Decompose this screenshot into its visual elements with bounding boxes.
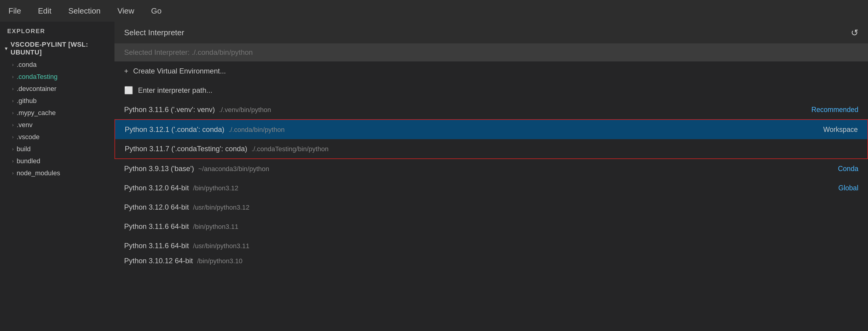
- menu-go[interactable]: Go: [149, 5, 164, 17]
- interpreter-path: ./.conda/bin/python: [229, 126, 285, 134]
- red-outline-group: Python 3.12.1 ('.conda': conda) ./.conda…: [115, 119, 868, 159]
- create-venv-label: Create Virtual Environment...: [133, 67, 226, 75]
- interpreter-name: Python 3.11.7 ('.condaTesting': conda): [125, 144, 247, 153]
- interpreter-name: Python 3.9.13 ('base'): [124, 164, 194, 173]
- sidebar-item-label: .vscode: [17, 133, 39, 141]
- interpreter-path: ~/anaconda3/bin/python: [198, 165, 269, 173]
- interpreter-panel: Select Interpreter ↺ + Create Virtual En…: [115, 22, 868, 331]
- interpreter-name: Python 3.12.0 64-bit: [124, 203, 189, 211]
- interpreter-name: Python 3.11.6 ('.venv': venv): [124, 105, 215, 114]
- interpreter-name: Python 3.12.1 ('.conda': conda): [125, 125, 224, 134]
- root-chevron-icon: ▾: [5, 45, 7, 52]
- root-label: VSCODE-PYLINT [WSL: UBUNTU]: [10, 41, 110, 56]
- interpreter-item-5[interactable]: Python 3.12.0 64-bit /usr/bin/python3.12: [115, 198, 868, 217]
- interpreter-item-1[interactable]: Python 3.12.1 ('.conda': conda) ./.conda…: [115, 120, 867, 139]
- interpreter-item-8[interactable]: Python 3.10.12 64-bit /bin/python3.10: [115, 255, 868, 266]
- menu-edit[interactable]: Edit: [36, 5, 54, 17]
- interpreter-path: ./.venv/bin/python: [219, 106, 271, 114]
- enter-path-label: Enter interpreter path...: [138, 86, 212, 95]
- sidebar-item-devcontainer[interactable]: › .devcontainer: [0, 83, 115, 95]
- chevron-icon: ›: [12, 134, 13, 140]
- interpreter-item-left: Python 3.11.6 64-bit /usr/bin/python3.11: [124, 241, 249, 250]
- sidebar-item-mypycache[interactable]: › .mypy_cache: [0, 107, 115, 119]
- sidebar-item-condatesting[interactable]: › .condaTesting: [0, 71, 115, 83]
- menu-view[interactable]: View: [115, 5, 137, 17]
- interpreter-item-left: Python 3.12.1 ('.conda': conda) ./.conda…: [125, 125, 285, 134]
- sidebar-item-vscode[interactable]: › .vscode: [0, 131, 115, 143]
- interpreter-path: ./.condaTesting/bin/python: [252, 145, 329, 153]
- menu-file[interactable]: File: [6, 5, 24, 17]
- interpreter-item-6[interactable]: Python 3.11.6 64-bit /bin/python3.11: [115, 217, 868, 236]
- interpreter-item-left: Python 3.12.0 64-bit /usr/bin/python3.12: [124, 203, 249, 211]
- sidebar-item-label: .condaTesting: [17, 73, 58, 81]
- sidebar-item-venv[interactable]: › .venv: [0, 119, 115, 131]
- explorer-title: EXPLORER: [0, 22, 115, 38]
- interpreter-item-left: Python 3.12.0 64-bit /bin/python3.12: [124, 184, 238, 192]
- interpreter-name: Python 3.11.6 64-bit: [124, 222, 189, 231]
- interpreter-path: /usr/bin/python3.11: [193, 242, 249, 250]
- sidebar-item-label: .devcontainer: [17, 85, 56, 93]
- selected-interpreter-bar: [115, 43, 868, 61]
- interpreter-name: Python 3.12.0 64-bit: [124, 184, 189, 192]
- chevron-icon: ›: [12, 74, 13, 79]
- interpreter-list: Python 3.11.6 ('.venv': venv) ./.venv/bi…: [115, 100, 868, 331]
- plus-icon: +: [124, 67, 128, 75]
- interpreter-item-left: Python 3.11.6 64-bit /bin/python3.11: [124, 222, 238, 231]
- sidebar-item-bundled[interactable]: › bundled: [0, 155, 115, 167]
- sidebar-item-conda[interactable]: › .conda: [0, 59, 115, 71]
- interpreter-path: /bin/python3.11: [193, 223, 238, 231]
- sidebar-item-label: node_modules: [17, 169, 60, 177]
- interpreter-path: /bin/python3.10: [197, 257, 242, 265]
- menu-selection[interactable]: Selection: [66, 5, 103, 17]
- sidebar-item-label: bundled: [17, 157, 40, 165]
- main-content: EXPLORER ▾ VSCODE-PYLINT [WSL: UBUNTU] ›…: [0, 22, 868, 331]
- sidebar: EXPLORER ▾ VSCODE-PYLINT [WSL: UBUNTU] ›…: [0, 22, 115, 331]
- interpreter-item-left: Python 3.9.13 ('base') ~/anaconda3/bin/p…: [124, 164, 269, 173]
- interpreter-item-4[interactable]: Python 3.12.0 64-bit /bin/python3.12 Glo…: [115, 178, 868, 198]
- chevron-icon: ›: [12, 110, 13, 115]
- interpreter-name: Python 3.11.6 64-bit: [124, 241, 189, 250]
- create-venv-action[interactable]: + Create Virtual Environment...: [115, 61, 868, 81]
- selected-interpreter-input[interactable]: [124, 48, 858, 57]
- menu-bar: File Edit Selection View Go: [0, 0, 868, 22]
- interpreter-item-left: Python 3.11.6 ('.venv': venv) ./.venv/bi…: [124, 105, 271, 114]
- sidebar-item-label: .github: [17, 97, 36, 105]
- interpreter-item-7[interactable]: Python 3.11.6 64-bit /usr/bin/python3.11: [115, 236, 868, 255]
- sidebar-item-label: build: [17, 145, 30, 153]
- interpreter-path: /usr/bin/python3.12: [193, 204, 249, 211]
- interpreter-item-3[interactable]: Python 3.9.13 ('base') ~/anaconda3/bin/p…: [115, 159, 868, 178]
- sidebar-item-label: .venv: [17, 121, 33, 129]
- chevron-icon: ›: [12, 62, 13, 67]
- enter-path-action[interactable]: ⬜ Enter interpreter path...: [115, 81, 868, 100]
- folder-icon: ⬜: [124, 86, 133, 95]
- interpreter-name: Python 3.10.12 64-bit: [124, 257, 193, 265]
- chevron-icon: ›: [12, 146, 13, 152]
- panel-title: Select Interpreter: [124, 28, 184, 37]
- sidebar-item-github[interactable]: › .github: [0, 95, 115, 107]
- interpreter-item-0[interactable]: Python 3.11.6 ('.venv': venv) ./.venv/bi…: [115, 100, 868, 119]
- interpreter-badge: Recommended: [811, 106, 858, 114]
- chevron-icon: ›: [12, 98, 13, 104]
- chevron-icon: ›: [12, 122, 13, 128]
- interpreter-item-left: Python 3.10.12 64-bit /bin/python3.10: [124, 257, 243, 265]
- chevron-icon: ›: [12, 158, 13, 164]
- interpreter-badge: Global: [838, 184, 858, 192]
- interpreter-path: /bin/python3.12: [193, 184, 238, 192]
- sidebar-item-nodemodules[interactable]: › node_modules: [0, 167, 115, 179]
- chevron-icon: ›: [12, 170, 13, 176]
- refresh-icon[interactable]: ↺: [851, 27, 858, 38]
- interpreter-badge: Workspace: [823, 126, 858, 134]
- interpreter-item-2[interactable]: Python 3.11.7 ('.condaTesting': conda) .…: [115, 139, 867, 158]
- sidebar-item-label: .conda: [17, 61, 36, 69]
- sidebar-item-build[interactable]: › build: [0, 143, 115, 155]
- sidebar-item-label: .mypy_cache: [17, 109, 56, 117]
- sidebar-root[interactable]: ▾ VSCODE-PYLINT [WSL: UBUNTU]: [0, 38, 115, 59]
- interpreter-item-left: Python 3.11.7 ('.condaTesting': conda) .…: [125, 144, 329, 153]
- chevron-icon: ›: [12, 86, 13, 92]
- panel-header: Select Interpreter ↺: [115, 22, 868, 43]
- interpreter-badge: Conda: [838, 165, 858, 173]
